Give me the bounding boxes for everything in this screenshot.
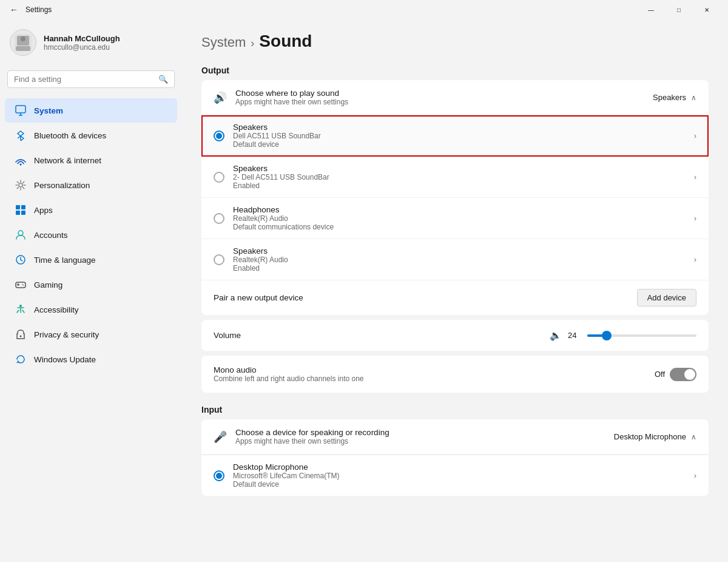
- input-choose-label: Choose a device for speaking or recordin…: [235, 428, 389, 437]
- device-name-1: Speakers: [233, 164, 329, 173]
- sidebar-item-bluetooth[interactable]: Bluetooth & devices: [5, 123, 177, 147]
- volume-icon: 🔈: [550, 330, 562, 341]
- mono-audio-toggle[interactable]: [670, 368, 696, 381]
- mono-audio-state-label: Off: [655, 370, 665, 379]
- privacy-icon: [15, 328, 27, 340]
- personalization-icon: [15, 179, 27, 191]
- gaming-icon: [15, 279, 27, 291]
- device-row-3[interactable]: Speakers Realtek(R) Audio Enabled ›: [201, 239, 709, 280]
- svg-rect-12: [21, 211, 25, 215]
- volume-right: 🔈 24: [550, 330, 696, 341]
- device-left-2: Headphones Realtek(R) Audio Default comm…: [214, 205, 334, 231]
- svg-rect-9: [16, 205, 20, 209]
- network-icon: [15, 154, 27, 166]
- svg-point-2: [21, 36, 25, 41]
- sidebar-item-accounts[interactable]: Accounts: [5, 223, 177, 247]
- user-email: hmccullo@unca.edu: [44, 43, 120, 52]
- accounts-icon: [15, 229, 27, 241]
- radio-0[interactable]: [214, 130, 224, 141]
- titlebar: ← Settings — □ ✕: [0, 0, 728, 19]
- input-section-label: Input: [201, 405, 709, 415]
- close-button[interactable]: ✕: [693, 0, 721, 19]
- input-choose-header-left: 🎤 Choose a device for speaking or record…: [214, 428, 389, 445]
- pair-label: Pair a new output device: [214, 293, 303, 302]
- search-input[interactable]: [14, 75, 153, 84]
- output-chevron-icon: ∧: [691, 93, 696, 102]
- user-info: Hannah McCullough hmccullo@unca.edu: [44, 34, 120, 52]
- volume-slider[interactable]: [587, 334, 696, 337]
- device-left-0: Speakers Dell AC511 USB SoundBar Default…: [214, 123, 321, 149]
- radio-inner-0: [216, 133, 222, 139]
- sidebar-item-gaming[interactable]: Gaming: [5, 273, 177, 297]
- device-row-2[interactable]: Headphones Realtek(R) Audio Default comm…: [201, 198, 709, 239]
- device-status-1: Enabled: [233, 181, 329, 190]
- sidebar-item-time[interactable]: Time & language: [5, 248, 177, 272]
- page-header-parent: System: [201, 35, 246, 50]
- volume-thumb[interactable]: [602, 331, 612, 340]
- toggle-knob: [684, 369, 695, 380]
- search-box[interactable]: 🔍: [7, 70, 175, 88]
- sidebar-item-system-label: System: [34, 106, 63, 115]
- device-info-1: Speakers 2- Dell AC511 USB SoundBar Enab…: [233, 164, 329, 190]
- sidebar-item-accessibility[interactable]: Accessibility: [5, 297, 177, 322]
- output-current-device-label: Speakers: [653, 93, 686, 102]
- radio-2[interactable]: [214, 213, 224, 224]
- device-status-0: Default device: [233, 140, 321, 149]
- sidebar-item-time-label: Time & language: [34, 256, 96, 265]
- radio-3[interactable]: [214, 254, 224, 265]
- back-button[interactable]: ←: [7, 2, 21, 17]
- sidebar-item-system[interactable]: System: [5, 98, 177, 123]
- sidebar-item-privacy[interactable]: Privacy & security: [5, 322, 177, 347]
- pair-row: Pair a new output device Add device: [201, 280, 709, 315]
- device-row-0[interactable]: Speakers Dell AC511 USB SoundBar Default…: [201, 115, 709, 157]
- device-chevron-1: ›: [694, 173, 696, 181]
- sidebar-item-accessibility-label: Accessibility: [34, 305, 79, 314]
- device-status-3: Enabled: [233, 264, 288, 273]
- app-container: Hannah McCullough hmccullo@unca.edu 🔍 Sy…: [0, 19, 728, 562]
- device-model-3: Realtek(R) Audio: [233, 256, 288, 264]
- sidebar-nav: System Bluetooth & devices: [0, 98, 182, 372]
- mic-info: Desktop Microphone Microsoft® LifeCam Ci…: [233, 462, 340, 489]
- mic-row[interactable]: Desktop Microphone Microsoft® LifeCam Ci…: [201, 455, 709, 496]
- page-header: System › Sound: [201, 32, 709, 51]
- add-device-button[interactable]: Add device: [637, 289, 696, 306]
- sidebar-item-update-label: Windows Update: [34, 355, 96, 364]
- sidebar-item-personalization[interactable]: Personalization: [5, 173, 177, 197]
- search-icon: 🔍: [158, 75, 168, 84]
- output-choose-card: 🔊 Choose where to play sound Apps might …: [201, 80, 709, 315]
- device-info-2: Headphones Realtek(R) Audio Default comm…: [233, 205, 334, 231]
- sidebar: Hannah McCullough hmccullo@unca.edu 🔍 Sy…: [0, 19, 182, 562]
- device-info-3: Speakers Realtek(R) Audio Enabled: [233, 246, 288, 273]
- input-card: 🎤 Choose a device for speaking or record…: [201, 419, 709, 496]
- mono-audio-title: Mono audio: [214, 365, 364, 374]
- maximize-button[interactable]: □: [665, 0, 693, 19]
- titlebar-left: ← Settings: [7, 2, 52, 17]
- output-section-label: Output: [201, 66, 709, 75]
- output-current-device[interactable]: Speakers ∧: [653, 93, 696, 102]
- main-content: System › Sound Output 🔊 Choose where to …: [182, 19, 728, 562]
- sidebar-item-apps[interactable]: Apps: [5, 198, 177, 222]
- mic-radio[interactable]: [214, 470, 224, 481]
- speaker-icon: 🔊: [214, 91, 227, 104]
- page-header-title: Sound: [259, 32, 312, 51]
- minimize-button[interactable]: —: [637, 0, 665, 19]
- sidebar-item-apps-label: Apps: [34, 206, 53, 215]
- device-name-3: Speakers: [233, 246, 288, 256]
- device-name-0: Speakers: [233, 123, 321, 132]
- volume-card: Volume 🔈 24: [201, 320, 709, 351]
- sidebar-item-network[interactable]: Network & internet: [5, 148, 177, 172]
- device-left-1: Speakers 2- Dell AC511 USB SoundBar Enab…: [214, 164, 329, 190]
- mic-radio-inner: [216, 473, 222, 479]
- sidebar-item-accounts-label: Accounts: [34, 231, 68, 240]
- input-current-device[interactable]: Desktop Microphone ∧: [614, 432, 696, 441]
- device-row-1[interactable]: Speakers 2- Dell AC511 USB SoundBar Enab…: [201, 157, 709, 198]
- accessibility-icon: [15, 303, 27, 316]
- device-status-2: Default communications device: [233, 223, 334, 231]
- sidebar-item-update[interactable]: Windows Update: [5, 347, 177, 371]
- user-name: Hannah McCullough: [44, 34, 120, 43]
- radio-1[interactable]: [214, 172, 224, 183]
- input-choose-text: Choose a device for speaking or recordin…: [235, 428, 389, 445]
- time-icon: [15, 254, 27, 266]
- mic-icon: 🎤: [214, 430, 227, 444]
- system-icon: [15, 104, 27, 117]
